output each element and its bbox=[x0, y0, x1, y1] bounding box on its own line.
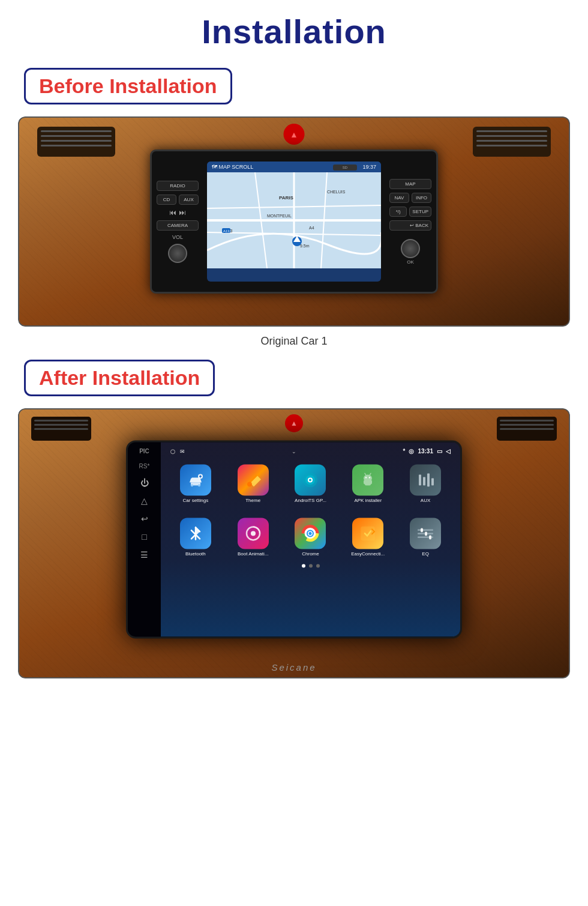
power-side-icon[interactable]: ⏻ bbox=[140, 478, 149, 488]
app-car-settings[interactable]: Car settings bbox=[169, 464, 222, 503]
app-androids[interactable]: AndroiTS GP... bbox=[284, 464, 337, 503]
page-indicator bbox=[164, 564, 457, 567]
app-icon-theme bbox=[238, 464, 269, 495]
ok-label: OK bbox=[389, 259, 431, 265]
aux-icon bbox=[416, 471, 434, 489]
before-car-interior: ▲ RADIO CD AUX ⏮ ⏭ bbox=[19, 118, 569, 325]
hazard-button-after: ▲ bbox=[285, 414, 303, 432]
svg-rect-42 bbox=[431, 478, 434, 485]
easyconnect-icon bbox=[359, 524, 377, 542]
sd-slot: SD bbox=[333, 165, 357, 171]
vol-knob[interactable] bbox=[168, 244, 187, 263]
svg-text:9.5m: 9.5m bbox=[300, 244, 310, 248]
page-title: Installation bbox=[18, 12, 570, 51]
map-scroll-label: 🗺 MAP SCROLL bbox=[212, 164, 253, 170]
home-side-icon[interactable]: △ bbox=[141, 496, 148, 506]
svg-text:A4: A4 bbox=[309, 226, 314, 230]
car-settings-icon bbox=[186, 470, 205, 489]
app-label-easyconnect: EasyConnecti... bbox=[351, 551, 385, 557]
app-easyconnect[interactable]: EasyConnecti... bbox=[341, 518, 394, 557]
next-button[interactable]: ⏭ bbox=[179, 208, 186, 217]
svg-point-33 bbox=[369, 477, 370, 478]
boot-icon bbox=[244, 524, 262, 542]
chrome-icon bbox=[301, 524, 319, 542]
screen-time: 19:37 bbox=[362, 164, 376, 170]
app-boot-animation[interactable]: Boot Animati... bbox=[227, 518, 280, 557]
app-label-apk: APK installer bbox=[354, 498, 382, 503]
dash-panel: RADIO CD AUX ⏮ ⏭ CAMERA VOL bbox=[19, 118, 569, 325]
svg-rect-39 bbox=[419, 474, 421, 485]
dropdown-chevron: ⌄ bbox=[292, 448, 296, 455]
app-label-bluetooth: Bluetooth bbox=[185, 551, 206, 557]
app-theme[interactable]: Theme bbox=[227, 464, 280, 503]
dot-3 bbox=[316, 564, 320, 567]
menu-side-icon[interactable]: ☰ bbox=[140, 550, 148, 560]
svg-rect-58 bbox=[425, 531, 427, 536]
svg-rect-41 bbox=[427, 473, 430, 486]
app-icon-apk bbox=[352, 464, 383, 495]
recent-side-icon[interactable]: □ bbox=[142, 532, 146, 542]
svg-point-29 bbox=[309, 479, 311, 481]
app-label-aux: AUX bbox=[421, 498, 430, 503]
camera-button[interactable]: CAMERA bbox=[157, 220, 199, 231]
star-button[interactable]: */) bbox=[389, 207, 407, 217]
apk-icon bbox=[359, 471, 377, 489]
svg-text:CHELUIS: CHELUIS bbox=[327, 190, 346, 194]
vent-after-left-slats bbox=[31, 417, 91, 433]
dot-1 bbox=[302, 564, 305, 567]
vent-slat bbox=[34, 424, 88, 426]
info-button[interactable]: INFO bbox=[412, 193, 431, 203]
app-apk[interactable]: APK installer bbox=[341, 464, 394, 503]
back-side-icon[interactable]: ↩ bbox=[141, 514, 148, 524]
app-bluetooth[interactable]: Bluetooth bbox=[169, 518, 222, 557]
after-installation-badge: After Installation bbox=[24, 360, 215, 396]
aux-button[interactable]: AUX bbox=[179, 195, 199, 205]
app-icon-car-settings bbox=[180, 464, 211, 495]
svg-point-19 bbox=[191, 484, 193, 486]
app-chrome[interactable]: Chrome bbox=[284, 518, 337, 557]
bluetooth-status: * bbox=[403, 448, 406, 455]
app-aux[interactable]: AUX bbox=[399, 464, 452, 503]
androids-icon bbox=[301, 471, 319, 489]
after-car-interior: ▲ PIC RS* ⏻ △ ↩ □ ☰ bbox=[19, 409, 569, 677]
prev-button[interactable]: ⏮ bbox=[169, 208, 176, 217]
after-installation-label: After Installation bbox=[39, 366, 200, 389]
before-installation-badge: Before Installation bbox=[24, 68, 232, 104]
map-button[interactable]: MAP bbox=[389, 179, 431, 189]
app-label-theme: Theme bbox=[245, 498, 260, 503]
seicane-logo: Seicane bbox=[271, 662, 316, 672]
svg-rect-54 bbox=[418, 529, 433, 531]
status-right: * ◎ 13:31 ▭ ◁ bbox=[403, 448, 451, 455]
app-icon-bluetooth bbox=[180, 518, 211, 549]
app-grid-row2: Bluetooth bbox=[164, 510, 457, 561]
status-left: ✉ bbox=[170, 448, 185, 455]
battery-icon: ▭ bbox=[437, 448, 442, 455]
map-svg: PARIS CHELUIS MONTPEUIL A13 A4 A13 bbox=[207, 172, 381, 268]
app-icon-boot bbox=[238, 518, 269, 549]
vent-after-left bbox=[31, 417, 91, 441]
svg-text:A13: A13 bbox=[223, 229, 230, 233]
page-container: Installation Before Installation bbox=[0, 0, 588, 906]
ok-knob[interactable] bbox=[401, 239, 420, 258]
back-button[interactable]: ↩ BACK bbox=[389, 220, 431, 231]
vent-slat bbox=[34, 428, 88, 430]
hu-right-controls: MAP NAV INFO */) SETUP ↩ BACK bbox=[389, 179, 431, 265]
app-eq[interactable]: EQ bbox=[399, 518, 452, 557]
before-installation-image: ▲ RADIO CD AUX ⏮ ⏭ bbox=[18, 116, 570, 327]
app-icon-aux bbox=[410, 464, 441, 495]
app-label-car-settings: Car settings bbox=[183, 498, 209, 503]
radio-button[interactable]: RADIO bbox=[157, 181, 199, 191]
vent-after-right-slats bbox=[497, 417, 557, 433]
setup-button[interactable]: SETUP bbox=[409, 207, 431, 217]
cd-button[interactable]: CD bbox=[157, 195, 176, 205]
eq-icon bbox=[416, 524, 434, 542]
svg-rect-40 bbox=[423, 477, 425, 485]
app-label-eq: EQ bbox=[422, 551, 429, 557]
after-car-display: ▲ PIC RS* ⏻ △ ↩ □ ☰ bbox=[18, 408, 570, 678]
side-panel: PIC RS* ⏻ △ ↩ □ ☰ bbox=[128, 442, 161, 636]
vent-slat bbox=[500, 424, 554, 426]
vent-slat bbox=[500, 420, 554, 421]
map-area: PARIS CHELUIS MONTPEUIL A13 A4 A13 bbox=[207, 172, 381, 268]
nav-button[interactable]: NAV bbox=[389, 193, 409, 203]
svg-point-32 bbox=[365, 477, 367, 478]
